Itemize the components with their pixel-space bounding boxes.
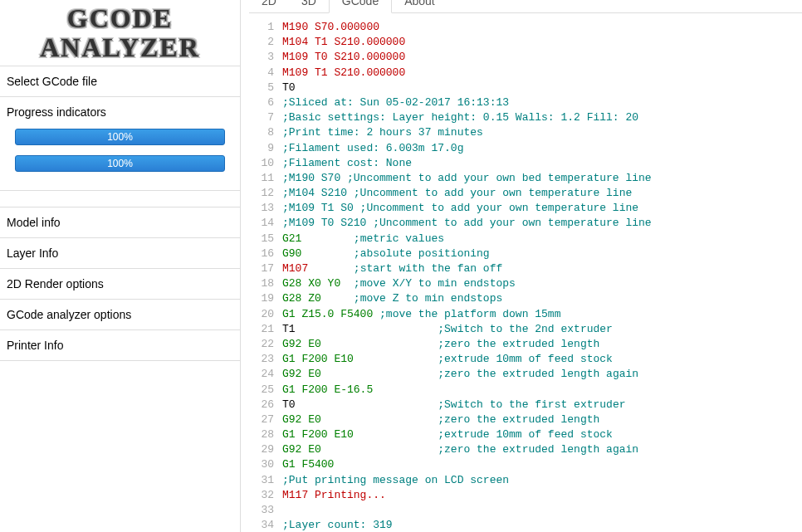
line-number: 33 [249, 503, 282, 518]
code-line[interactable]: 29G92 E0 ;zero the extruded length again [249, 442, 802, 457]
model-info[interactable]: Model info [0, 207, 240, 238]
line-content [282, 503, 802, 518]
line-number: 4 [249, 66, 282, 81]
line-number: 34 [249, 518, 282, 532]
line-content: G92 E0 ;zero the extruded length [282, 337, 802, 352]
line-content: G1 F5400 [282, 457, 802, 472]
code-line[interactable]: 1M190 S70.000000 [249, 20, 802, 35]
line-content: G28 X0 Y0 ;move X/Y to min endstops [282, 276, 802, 291]
code-line[interactable]: 23G1 F200 E10 ;extrude 10mm of feed stoc… [249, 352, 802, 367]
tab-3d[interactable]: 3D [289, 0, 329, 12]
line-content: M190 S70.000000 [282, 20, 802, 35]
sidebar: GCODE ANALYZER Select GCode file Progres… [0, 0, 241, 532]
line-content: M107 ;start with the fan off [282, 261, 802, 276]
code-line[interactable]: 24G92 E0 ;zero the extruded length again [249, 367, 802, 382]
code-line[interactable]: 34;Layer count: 319 [249, 518, 802, 532]
line-content: ;M109 T0 S210 ;Uncomment to add your own… [282, 216, 802, 231]
code-line[interactable]: 16G90 ;absolute positioning [249, 246, 802, 261]
line-number: 14 [249, 216, 282, 231]
progress-indicators-panel: Progress indicators 100% 100% [0, 96, 240, 191]
code-line[interactable]: 9;Filament used: 6.003m 17.0g [249, 141, 802, 156]
printer-info[interactable]: Printer Info [0, 329, 240, 361]
line-number: 11 [249, 171, 282, 186]
gcode-view[interactable]: 1M190 S70.0000002M104 T1 S210.0000003M10… [249, 13, 802, 532]
line-number: 21 [249, 322, 282, 337]
code-line[interactable]: 2M104 T1 S210.000000 [249, 35, 802, 50]
code-line[interactable]: 33 [249, 503, 802, 518]
code-line[interactable]: 8;Print time: 2 hours 37 minutes [249, 125, 802, 140]
line-content: T0 [282, 81, 802, 95]
render-options[interactable]: 2D Render options [0, 268, 240, 300]
line-number: 19 [249, 291, 282, 306]
code-line[interactable]: 27G92 E0 ;zero the extruded length [249, 412, 802, 427]
analyzer-options[interactable]: GCode analyzer options [0, 299, 240, 330]
code-line[interactable]: 17M107 ;start with the fan off [249, 261, 802, 276]
code-line[interactable]: 15G21 ;metric values [249, 232, 802, 246]
line-number: 22 [249, 337, 282, 352]
code-line[interactable]: 12;M104 S210 ;Uncomment to add your own … [249, 186, 802, 201]
code-line[interactable]: 6;Sliced at: Sun 05-02-2017 16:13:13 [249, 95, 802, 110]
code-line[interactable]: 20G1 Z15.0 F5400 ;move the platform down… [249, 307, 802, 322]
line-number: 27 [249, 412, 282, 427]
progress-indicators-title: Progress indicators [7, 105, 233, 119]
logo-line2: ANALYZER [0, 33, 240, 62]
line-number: 7 [249, 110, 282, 125]
line-content: ;Filament cost: None [282, 156, 802, 171]
line-number: 18 [249, 276, 282, 291]
code-line[interactable]: 26T0 ;Switch to the first extruder [249, 398, 802, 412]
line-content: G1 F200 E10 ;extrude 10mm of feed stock [282, 352, 802, 367]
line-content: G90 ;absolute positioning [282, 246, 802, 261]
progress-bar-1-value: 100% [107, 131, 133, 143]
line-number: 25 [249, 383, 282, 398]
code-line[interactable]: 30G1 F5400 [249, 457, 802, 472]
code-line[interactable]: 31;Put printing message on LCD screen [249, 473, 802, 488]
code-line[interactable]: 5T0 [249, 81, 802, 95]
line-content: ;M109 T1 S0 ;Uncomment to add your own t… [282, 201, 802, 216]
line-number: 17 [249, 261, 282, 276]
code-line[interactable]: 7;Basic settings: Layer height: 0.15 Wal… [249, 110, 802, 125]
code-line[interactable]: 28G1 F200 E10 ;extrude 10mm of feed stoc… [249, 427, 802, 442]
code-line[interactable]: 21T1 ;Switch to the 2nd extruder [249, 322, 802, 337]
line-number: 16 [249, 246, 282, 261]
line-number: 20 [249, 307, 282, 322]
line-number: 31 [249, 473, 282, 488]
line-number: 1 [249, 20, 282, 35]
line-number: 13 [249, 201, 282, 216]
tabs: 2D 3D GCode About [249, 0, 802, 13]
code-line[interactable]: 3M109 T0 S210.000000 [249, 50, 802, 65]
code-line[interactable]: 13;M109 T1 S0 ;Uncomment to add your own… [249, 201, 802, 216]
tab-gcode[interactable]: GCode [329, 0, 392, 13]
line-content: ;Print time: 2 hours 37 minutes [282, 125, 802, 140]
layer-info[interactable]: Layer Info [0, 237, 240, 269]
code-line[interactable]: 19G28 Z0 ;move Z to min endstops [249, 291, 802, 306]
progress-bar-2-value: 100% [107, 158, 133, 169]
main-content: 2D 3D GCode About 1M190 S70.0000002M104 … [241, 0, 802, 532]
tab-about[interactable]: About [392, 0, 447, 12]
code-line[interactable]: 32M117 Printing... [249, 488, 802, 503]
line-number: 5 [249, 81, 282, 95]
tab-2d[interactable]: 2D [249, 0, 289, 12]
line-number: 10 [249, 156, 282, 171]
select-gcode-file[interactable]: Select GCode file [0, 66, 240, 97]
line-number: 6 [249, 95, 282, 110]
line-content: ;Layer count: 319 [282, 518, 802, 532]
code-line[interactable]: 4M109 T1 S210.000000 [249, 66, 802, 81]
progress-bar-1: 100% [15, 129, 225, 145]
code-line[interactable]: 18G28 X0 Y0 ;move X/Y to min endstops [249, 276, 802, 291]
code-line[interactable]: 25G1 F200 E-16.5 [249, 383, 802, 398]
code-line[interactable]: 14;M109 T0 S210 ;Uncomment to add your o… [249, 216, 802, 231]
line-content: M117 Printing... [282, 488, 802, 503]
line-number: 8 [249, 125, 282, 140]
code-line[interactable]: 10;Filament cost: None [249, 156, 802, 171]
line-content: ;Filament used: 6.003m 17.0g [282, 141, 802, 156]
line-number: 28 [249, 427, 282, 442]
line-content: ;Put printing message on LCD screen [282, 473, 802, 488]
line-content: T0 ;Switch to the first extruder [282, 398, 802, 412]
line-content: G21 ;metric values [282, 232, 802, 246]
line-content: M109 T1 S210.000000 [282, 66, 802, 81]
line-content: G92 E0 ;zero the extruded length again [282, 442, 802, 457]
line-content: G28 Z0 ;move Z to min endstops [282, 291, 802, 306]
code-line[interactable]: 11;M190 S70 ;Uncomment to add your own b… [249, 171, 802, 186]
code-line[interactable]: 22G92 E0 ;zero the extruded length [249, 337, 802, 352]
spacer [0, 191, 240, 207]
